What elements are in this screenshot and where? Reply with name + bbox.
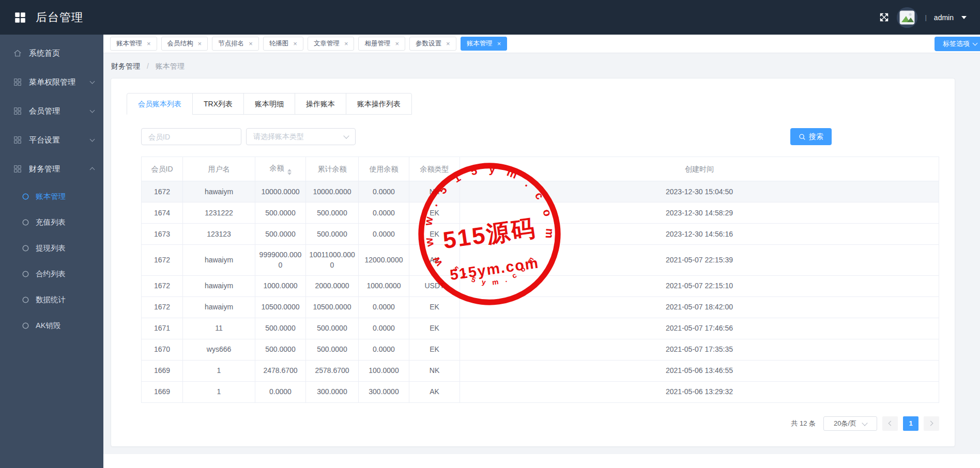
- table-cell: 2478.6700: [255, 360, 306, 381]
- chevron-left-icon: [889, 421, 894, 426]
- search-button[interactable]: 搜索: [790, 128, 832, 145]
- column-header: 余额类型: [409, 157, 460, 181]
- close-icon[interactable]: ×: [446, 40, 450, 47]
- tabbar-tab[interactable]: 账本管理×: [110, 37, 157, 51]
- content-area: 财务管理 / 账本管理 会员账本列表TRX列表账本明细操作账本账本操作列表 请选…: [103, 53, 980, 468]
- panel-tab[interactable]: TRX列表: [192, 93, 243, 114]
- panel-tab[interactable]: 会员账本列表: [127, 93, 192, 114]
- search-icon: [799, 133, 806, 141]
- sidebar-subitem-label: 提现列表: [36, 243, 94, 253]
- close-icon[interactable]: ×: [249, 40, 253, 47]
- table-cell: 500.0000: [255, 224, 306, 245]
- tabbar-tab[interactable]: 轮播图×: [263, 37, 303, 51]
- close-icon[interactable]: ×: [147, 40, 151, 47]
- table-cell: 2021-05-07 17:35:35: [460, 339, 939, 360]
- table-cell: 10000.0000: [306, 181, 359, 202]
- sidebar-item[interactable]: 财务管理: [0, 154, 103, 183]
- tabbar-tab[interactable]: 节点排名×: [212, 37, 259, 51]
- close-icon[interactable]: ×: [395, 40, 399, 47]
- sidebar-item[interactable]: 会员管理: [0, 97, 103, 126]
- table-cell: 11: [183, 318, 255, 339]
- home-icon: [13, 49, 22, 58]
- tabbar-tab[interactable]: 参数设置×: [409, 37, 456, 51]
- column-header-label: 创建时间: [685, 165, 714, 173]
- table-cell: 2021-05-06 13:29:32: [460, 381, 939, 402]
- username[interactable]: admin: [934, 13, 954, 22]
- sidebar-subitem[interactable]: 提现列表: [0, 235, 103, 261]
- table-cell: 300.0000: [359, 381, 409, 402]
- table-cell: AK: [409, 381, 460, 402]
- sidebar-item[interactable]: 系统首页: [0, 39, 103, 68]
- table-cell: 500.0000: [306, 202, 359, 224]
- grid-icon: [13, 77, 22, 87]
- panel-tab[interactable]: 账本明细: [243, 93, 295, 114]
- sort-caret-icon[interactable]: [287, 169, 292, 175]
- table-cell: wys666: [183, 339, 255, 360]
- sidebar-subitem[interactable]: AK销毁: [0, 313, 103, 338]
- admin-app: 后台管理 | admin 系统首页菜单权限管理会员管理平台设置财务管理账本管理充…: [0, 0, 980, 468]
- table-cell: EK: [409, 339, 460, 360]
- close-icon[interactable]: ×: [497, 40, 501, 47]
- caret-down-icon[interactable]: [961, 16, 967, 19]
- close-icon[interactable]: ×: [198, 40, 202, 47]
- table-cell: 1000.0000: [359, 275, 409, 297]
- tabbar-tab[interactable]: 相册管理×: [358, 37, 405, 51]
- table-cell: 0.0000: [359, 297, 409, 318]
- sidebar-item-label: 系统首页: [29, 49, 94, 58]
- page-number-button[interactable]: 1: [903, 416, 918, 431]
- table-row: 1672hawaiym10000.000010000.00000.0000NK2…: [142, 181, 939, 202]
- breadcrumb-item[interactable]: 财务管理: [111, 62, 140, 70]
- column-header-label: 余额: [270, 164, 284, 172]
- table-cell: EK: [409, 202, 460, 224]
- sidebar-submenu: 账本管理充值列表提现列表合约列表数据统计AK销毁: [0, 183, 103, 338]
- table-cell: 1671: [142, 318, 183, 339]
- avatar[interactable]: [897, 7, 917, 28]
- sidebar-subitem[interactable]: 合约列表: [0, 261, 103, 287]
- page-size-select[interactable]: 20条/页: [823, 416, 877, 431]
- sidebar-item[interactable]: 菜单权限管理: [0, 68, 103, 97]
- prev-page-button[interactable]: [882, 416, 898, 431]
- close-icon[interactable]: ×: [293, 40, 297, 47]
- table-cell: 10000.0000: [255, 181, 306, 202]
- tabbar-tab[interactable]: 会员结构×: [161, 37, 208, 51]
- panel-tab[interactable]: 操作账本: [295, 93, 346, 114]
- header-divider: |: [925, 13, 926, 21]
- tabbar-tab[interactable]: 账本管理×: [461, 37, 508, 51]
- table-cell: 12000.0000: [359, 245, 409, 276]
- table-wrap: 会员ID用户名余额累计余额使用余额余额类型创建时间 1672hawaiym100…: [141, 157, 939, 403]
- table-cell: 2000.0000: [306, 275, 359, 297]
- table-cell: 9999000.0000: [255, 245, 306, 276]
- table-cell: EK: [409, 224, 460, 245]
- top-header: 后台管理 | admin: [0, 0, 980, 35]
- sidebar-item[interactable]: 平台设置: [0, 126, 103, 154]
- sidebar-subitem[interactable]: 充值列表: [0, 209, 103, 235]
- account-type-select[interactable]: 请选择账本类型: [246, 128, 356, 145]
- table-cell: 1672: [142, 245, 183, 276]
- table-cell: EK: [409, 318, 460, 339]
- fullscreen-expand-icon[interactable]: [879, 12, 890, 23]
- sidebar-subitem[interactable]: 账本管理: [0, 183, 103, 209]
- column-header[interactable]: 余额: [255, 157, 306, 181]
- tag-options-button[interactable]: 标签选项: [935, 37, 980, 51]
- panel-tab[interactable]: 账本操作列表: [346, 93, 411, 114]
- panel-tab-label: TRX列表: [204, 100, 233, 108]
- sidebar-item-label: 平台设置: [29, 135, 90, 145]
- circle-icon: [22, 322, 29, 330]
- ledger-table: 会员ID用户名余额累计余额使用余额余额类型创建时间 1672hawaiym100…: [141, 157, 939, 403]
- tag-options-label: 标签选项: [943, 39, 970, 49]
- tabbar-tab[interactable]: 文章管理×: [308, 37, 355, 51]
- table-cell: 2023-12-30 14:56:16: [460, 224, 939, 245]
- circle-icon: [22, 219, 29, 226]
- table-cell: USDT: [409, 275, 460, 297]
- breadcrumb-separator: /: [147, 62, 149, 70]
- sidebar-subitem[interactable]: 数据统计: [0, 287, 103, 313]
- table-cell: 100.0000: [359, 360, 409, 381]
- member-id-input[interactable]: [141, 128, 241, 145]
- next-page-button[interactable]: [924, 416, 939, 431]
- table-row: 1672hawaiym9999000.000010011000.00001200…: [142, 245, 939, 276]
- table-cell: AK: [409, 245, 460, 276]
- table-cell: 500.0000: [255, 318, 306, 339]
- close-icon[interactable]: ×: [344, 40, 348, 47]
- sidebar-subitem-label: 合约列表: [36, 269, 94, 279]
- table-cell: 1669: [142, 381, 183, 402]
